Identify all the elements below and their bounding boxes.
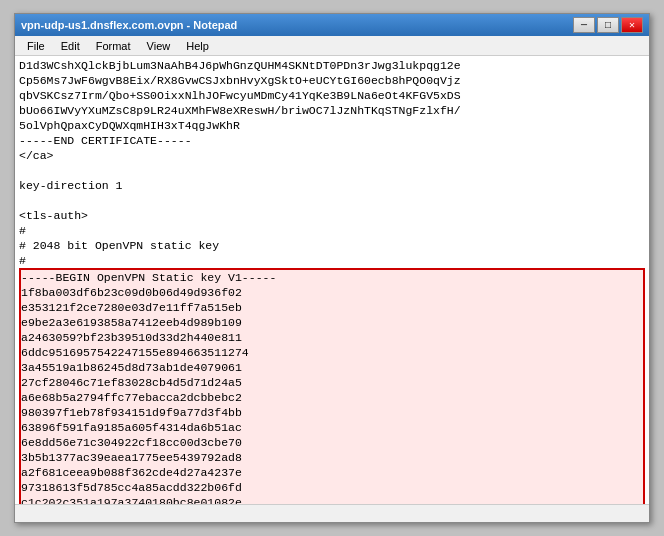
- highlighted-line: 97318613f5d785cc4a85acdd322b06fd: [21, 480, 643, 495]
- editor-container: D1d3WCshXQlckBjbLum3NaAhB4J6pWhGnzQUHM4S…: [15, 56, 649, 504]
- text-line: Cp56Ms7JwF6wgvB8Eix/RX8GvwCSJxbnHvyXgSkt…: [19, 73, 645, 88]
- menu-bar: File Edit Format View Help: [15, 36, 649, 56]
- highlighted-line: c1c202c351a197a3740180bc8e01082e: [21, 495, 643, 504]
- main-window: vpn-udp-us1.dnsflex.com.ovpn - Notepad ─…: [14, 13, 650, 523]
- status-bar: [15, 504, 649, 522]
- highlighted-line: a6e68b5a2794ffc77ebacca2dcbbebc2: [21, 390, 643, 405]
- text-editor[interactable]: D1d3WCshXQlckBjbLum3NaAhB4J6pWhGnzQUHM4S…: [15, 56, 649, 504]
- text-line: qbVSKCsz7Irm/Qbo+SS0OixxNlhJOFwcyuMDmCy4…: [19, 88, 645, 103]
- text-line: #: [19, 223, 645, 238]
- highlighted-line: a2f681ceea9b088f362cde4d27a4237e: [21, 465, 643, 480]
- text-line: -----END CERTIFICATE-----: [19, 133, 645, 148]
- text-line: [19, 193, 645, 208]
- menu-format[interactable]: Format: [88, 38, 139, 54]
- highlighted-line: 3b5b1377ac39eaea1775ee5439792ad8: [21, 450, 643, 465]
- text-line: D1d3WCshXQlckBjbLum3NaAhB4J6pWhGnzQUHM4S…: [19, 58, 645, 73]
- window-title: vpn-udp-us1.dnsflex.com.ovpn - Notepad: [21, 19, 573, 31]
- text-line: [19, 163, 645, 178]
- menu-edit[interactable]: Edit: [53, 38, 88, 54]
- text-line: <tls-auth>: [19, 208, 645, 223]
- text-line: key-direction 1: [19, 178, 645, 193]
- highlighted-line: 6ddc9516957542247155e894663511274: [21, 345, 643, 360]
- menu-view[interactable]: View: [139, 38, 179, 54]
- menu-help[interactable]: Help: [178, 38, 217, 54]
- text-line: </ca>: [19, 148, 645, 163]
- highlighted-line: 1f8ba003df6b23c09d0b06d49d936f02: [21, 285, 643, 300]
- menu-file[interactable]: File: [19, 38, 53, 54]
- text-line: #: [19, 253, 645, 268]
- highlighted-line: 6e8dd56e71c304922cf18cc00d3cbe70: [21, 435, 643, 450]
- highlighted-line: 63896f591fa9185a605f4314da6b51ac: [21, 420, 643, 435]
- maximize-button[interactable]: □: [597, 17, 619, 33]
- title-bar: vpn-udp-us1.dnsflex.com.ovpn - Notepad ─…: [15, 14, 649, 36]
- text-line: bUo66IWVyYXuMZsC8p9LR24uXMhFW8eXReswH/br…: [19, 103, 645, 118]
- highlighted-line: 27cf28046c71ef83028cb4d5d71d24a5: [21, 375, 643, 390]
- text-line: 5olVphQpaxCyDQWXqmHIH3xT4qgJwKhR: [19, 118, 645, 133]
- highlighted-line: e353121f2ce7280e03d7e11ff7a515eb: [21, 300, 643, 315]
- highlighted-line: a2463059?bf23b39510d33d2h440e811: [21, 330, 643, 345]
- highlighted-line: 3a45519a1b86245d8d73ab1de4079061: [21, 360, 643, 375]
- highlighted-line: -----BEGIN OpenVPN Static key V1-----: [21, 270, 643, 285]
- window-controls: ─ □ ✕: [573, 17, 643, 33]
- close-button[interactable]: ✕: [621, 17, 643, 33]
- highlighted-line: 980397f1eb78f934151d9f9a77d3f4bb: [21, 405, 643, 420]
- minimize-button[interactable]: ─: [573, 17, 595, 33]
- text-line: # 2048 bit OpenVPN static key: [19, 238, 645, 253]
- highlighted-line: e9be2a3e6193858a7412eeb4d989b109: [21, 315, 643, 330]
